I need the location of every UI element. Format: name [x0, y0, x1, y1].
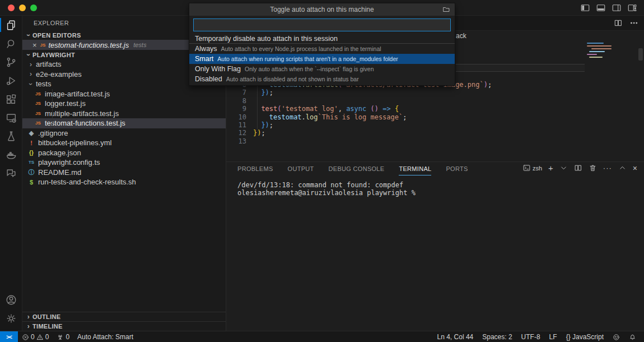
close-icon[interactable]: × — [32, 41, 37, 49]
chevron-right-icon: › — [27, 61, 35, 68]
tree-item-label: README.md — [38, 168, 81, 177]
new-terminal-button[interactable]: + — [548, 163, 553, 173]
quickpick-item-only-with-flag[interactable]: Only With FlagOnly auto attach when the … — [189, 64, 455, 74]
chevron-right-icon: › — [25, 313, 32, 321]
zoom-window-button[interactable] — [30, 4, 37, 11]
activitybar-docker-icon[interactable] — [0, 145, 22, 164]
problems-status[interactable]: 0 0 — [18, 331, 53, 342]
terminal-dropdown-button[interactable] — [559, 164, 568, 172]
code-text: }); — [253, 89, 273, 96]
quickpick-item-always[interactable]: AlwaysAuto attach to every Node.js proce… — [189, 44, 455, 54]
minimap[interactable] — [587, 41, 618, 75]
activitybar-remote-explorer-icon[interactable] — [0, 108, 22, 127]
tree-file-testomat-functions.test.js[interactable]: JStestomat-functions.test.js — [22, 118, 226, 128]
toggle-panel-icon[interactable] — [596, 3, 606, 13]
tree-item-label: package.json — [38, 149, 81, 157]
bell-icon[interactable] — [629, 331, 636, 342]
js-file-icon: JS — [40, 43, 46, 48]
smiley-icon[interactable] — [613, 331, 620, 342]
tree-item-label: logger.test.js — [45, 99, 86, 108]
panel-tab-problems[interactable]: PROBLEMS — [237, 162, 273, 175]
line-number: 7 — [226, 89, 246, 96]
panel-more-actions-button[interactable]: ··· — [603, 164, 612, 172]
editor-more-actions-button[interactable] — [629, 19, 638, 27]
tree-file-playwright.config.ts[interactable]: TSplaywright.config.ts — [22, 158, 226, 168]
line-number: 13 — [226, 137, 246, 145]
quickpick-item-smart[interactable]: SmartAuto attach when running scripts th… — [189, 54, 455, 64]
code-line-13: 13 — [226, 137, 644, 145]
warning-icon — [36, 334, 44, 341]
tree-file-logger.test.js[interactable]: JSlogger.test.js — [22, 99, 226, 109]
terminal-output[interactable]: /dev/fd/13:18: command not found: compde… — [237, 181, 416, 197]
activitybar-run-debug-icon[interactable] — [0, 71, 22, 90]
split-terminal-button[interactable] — [574, 164, 582, 172]
line-number: 9 — [226, 105, 246, 113]
line-number: 11 — [226, 121, 246, 129]
kill-terminal-button[interactable] — [589, 164, 597, 172]
minimap-line — [587, 43, 604, 44]
terminal-icon — [522, 164, 531, 172]
terminal-line: /dev/fd/13:18: command not found: compde… — [237, 181, 416, 189]
tree-file-image-artifact.test.js[interactable]: JSimage-artifact.test.js — [22, 89, 226, 99]
split-editor-button[interactable] — [614, 19, 623, 27]
tree-item-label: multiple-artifacts.test.js — [45, 109, 119, 118]
quickpick-item-disabled[interactable]: DisabledAuto attach is disabled and not … — [189, 74, 455, 84]
tree-file-package.json[interactable]: {}package.json — [22, 148, 226, 158]
tree-file-bitbucket-pipelines.yml[interactable]: !bitbucket-pipelines.yml — [22, 138, 226, 148]
quickpick-widget: Toggle auto attach on this machine Tempo… — [189, 3, 455, 86]
terminal-profile-button[interactable]: zsh — [522, 164, 542, 172]
remote-indicator[interactable]: >< — [0, 331, 18, 342]
activitybar-search-icon[interactable] — [0, 34, 22, 53]
folder-icon[interactable] — [442, 6, 450, 13]
customize-layout-icon[interactable] — [627, 3, 637, 13]
panel-tab-terminal[interactable]: TERMINAL — [399, 162, 431, 175]
status-ln-4-col-44[interactable]: Ln 4, Col 44 — [437, 331, 474, 342]
maximize-panel-button[interactable] — [618, 164, 627, 172]
tree-item-label: playwright.config.ts — [38, 158, 100, 167]
chevron-down-icon: › — [25, 31, 32, 39]
tree-file-README.md[interactable]: ⓘREADME.md — [22, 168, 226, 178]
tree-item-label: run-tests-and-check-results.sh — [38, 178, 136, 186]
quickpick-list: Temporarily disable auto attach in this … — [189, 34, 455, 85]
tree-file-multiple-artifacts.test.js[interactable]: JSmultiple-artifacts.test.js — [22, 109, 226, 119]
close-panel-button[interactable]: × — [633, 164, 637, 173]
ts-file-icon: TS — [27, 160, 36, 165]
quickpick-item-label: Temporarily disable auto attach in this … — [195, 35, 338, 43]
activitybar-source-control-icon[interactable] — [0, 53, 22, 71]
tree-item-label: bitbucket-pipelines.yml — [38, 138, 112, 147]
timeline-section-header[interactable]: › TIMELINE — [22, 321, 226, 331]
ports-status[interactable]: 0 — [53, 331, 73, 342]
panel-tab-ports[interactable]: PORTS — [446, 162, 468, 175]
status-spaces-2[interactable]: Spaces: 2 — [482, 331, 512, 342]
status--javascript[interactable]: {} JavaScript — [566, 331, 604, 342]
toggle-sidebar-right-icon[interactable] — [612, 3, 622, 13]
quickpick-item-description: Auto attach when running scripts that ar… — [217, 56, 398, 62]
auto-attach-status[interactable]: Auto Attach: Smart — [73, 331, 137, 342]
quickpick-item-temporarily-disable-auto-attach-in-this-session[interactable]: Temporarily disable auto attach in this … — [189, 34, 455, 44]
vscode-window: EXPLORER › OPEN EDITORS × JS testomat-fu… — [0, 0, 644, 342]
minimize-window-button[interactable] — [19, 4, 26, 11]
tree-file-run-tests-and-check-results.sh[interactable]: $run-tests-and-check-results.sh — [22, 177, 226, 187]
status-lf[interactable]: LF — [549, 331, 557, 342]
activitybar-account-icon[interactable] — [0, 290, 22, 309]
line-number: 12 — [226, 129, 246, 137]
activitybar-explorer-icon[interactable] — [0, 16, 22, 34]
close-window-button[interactable] — [8, 4, 15, 11]
activitybar-settings-icon[interactable] — [0, 309, 22, 327]
activitybar-testing-icon[interactable] — [0, 127, 22, 145]
minimap-line — [589, 57, 603, 58]
editor-scrollbar[interactable] — [638, 48, 643, 61]
panel-tab-debug-console[interactable]: DEBUG CONSOLE — [329, 162, 385, 175]
tree-file-.gitignore[interactable]: ◈.gitignore — [22, 128, 226, 138]
panel-tab-output[interactable]: OUTPUT — [288, 162, 314, 175]
outline-section-header[interactable]: › OUTLINE — [22, 312, 226, 321]
activitybar-comments-icon[interactable] — [0, 164, 22, 182]
code-line-9: 9test('testomat log', async () => { — [226, 105, 644, 113]
tree-item-label: artifacts — [36, 60, 62, 68]
activitybar-extensions-icon[interactable] — [0, 90, 22, 108]
quickpick-item-label: Disabled — [195, 75, 222, 83]
quickpick-input[interactable] — [193, 19, 451, 31]
status-utf-8[interactable]: UTF-8 — [521, 331, 540, 342]
toggle-sidebar-left-icon[interactable] — [580, 3, 590, 13]
error-icon — [22, 334, 29, 341]
